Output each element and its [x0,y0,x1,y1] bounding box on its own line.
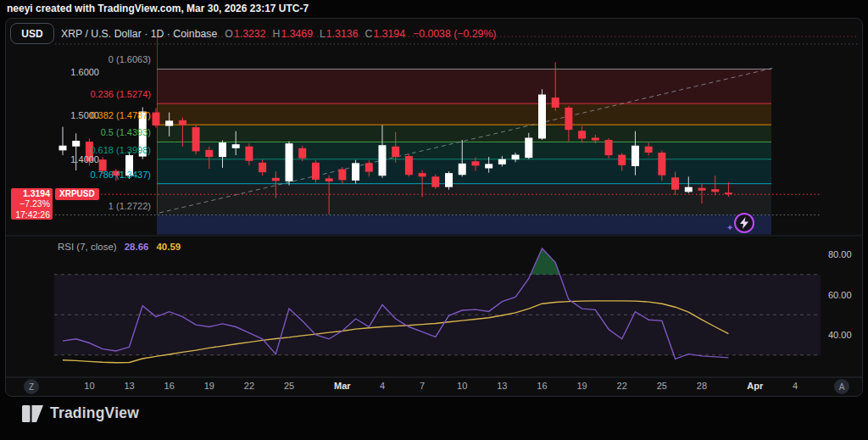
timezone-button[interactable]: Z [24,379,39,394]
symbol-info-bar[interactable]: XRP / U.S. Dollar · 1D · Coinbase O1.323… [61,28,496,40]
rsi-value: 28.66 [125,242,149,252]
rsi-legend[interactable]: RSI (7, close) 28.66 40.59 [58,242,181,252]
symbol-tag-xrpusd: XRPUSD [55,188,99,200]
ohlc-L: L1.3136 [320,28,358,40]
tradingview-logo-icon [22,405,43,422]
sparkle-icon: ✦ [726,224,733,232]
auto-scale-button[interactable]: A [834,379,849,394]
badge-price: 1.3194 [11,188,50,198]
tradingview-logo-text: TradingView [50,404,139,422]
ohlc-C: C1.3194 [364,28,405,40]
tradingview-snapshot: neeyi created with TradingView.com, Mar … [0,0,868,440]
price-change: −0.0038 (−0.29%) [413,28,496,40]
last-price-badge: 1.3194 −7.23% 17:42:26 [11,188,53,220]
ohlc-O: O1.3232 [225,28,265,40]
ohlc-H: H1.3469 [273,28,314,40]
badge-change-percent: −7.23% [11,198,50,209]
rsi-legend-title: RSI (7, close) [58,242,117,252]
badge-countdown: 17:42:26 [11,209,50,220]
tradingview-logo[interactable]: TradingView [22,404,139,422]
currency-usd-button[interactable]: USD [10,23,54,44]
rsi-ma-value: 40.59 [156,242,181,252]
symbol-title: XRP / U.S. Dollar · 1D · Coinbase [61,28,217,40]
boost-lightning-icon[interactable]: ✦ [734,213,754,233]
ohlc-values: O1.3232H1.3469L1.3136C1.3194 [225,28,405,40]
